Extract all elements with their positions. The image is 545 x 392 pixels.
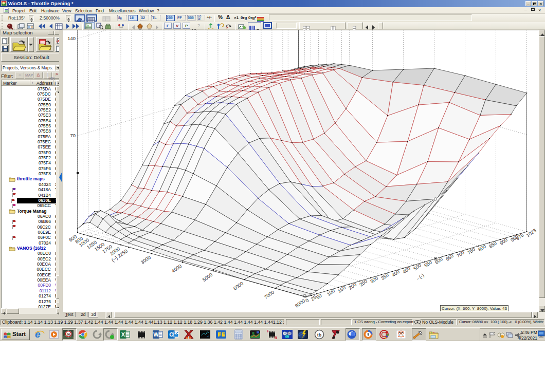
svg-text:800: 800 (477, 243, 487, 252)
svg-text:650: 650 (445, 253, 455, 262)
svg-text:700: 700 (456, 250, 465, 259)
svg-text:550: 550 (423, 259, 433, 268)
svg-text:?: ? (226, 26, 228, 30)
svg-text:IF: IF (252, 331, 255, 334)
svg-text:850: 850 (488, 240, 498, 249)
svg-text:80: 80 (67, 333, 70, 336)
svg-text:5000: 5000 (202, 272, 214, 283)
svg-text:300: 300 (369, 275, 379, 284)
svg-text:C: C (286, 335, 288, 338)
svg-text:750: 750 (466, 246, 476, 255)
svg-text:0: 0 (398, 333, 400, 337)
svg-text:F: F (267, 329, 269, 333)
svg-text:250: 250 (358, 278, 368, 288)
svg-text:150: 150 (337, 285, 347, 294)
svg-text:500: 500 (412, 262, 422, 271)
svg-text:70: 70 (70, 133, 76, 138)
svg-text:400: 400 (391, 269, 401, 278)
svg-text:4000: 4000 (171, 263, 183, 274)
svg-text:O: O (169, 331, 174, 338)
svg-text:140: 140 (67, 35, 76, 41)
svg-text:tb: tb (317, 332, 322, 338)
svg-text:3000: 3000 (140, 254, 152, 265)
svg-text:- (-): - (-) (415, 272, 425, 282)
svg-text:X: X (121, 331, 125, 338)
svg-text:450: 450 (402, 266, 411, 275)
svg-text:6000: 6000 (232, 281, 245, 291)
svg-text:900: 900 (499, 237, 508, 246)
svg-text:M: M (288, 332, 290, 335)
svg-text:200: 200 (348, 282, 357, 291)
svg-text:H: H (284, 332, 286, 335)
svg-text:350: 350 (380, 272, 390, 281)
svg-text:100: 100 (326, 288, 336, 297)
svg-text:B: B (275, 336, 277, 340)
svg-text:7000: 7000 (263, 289, 276, 300)
svg-text:1: 1 (402, 333, 404, 337)
